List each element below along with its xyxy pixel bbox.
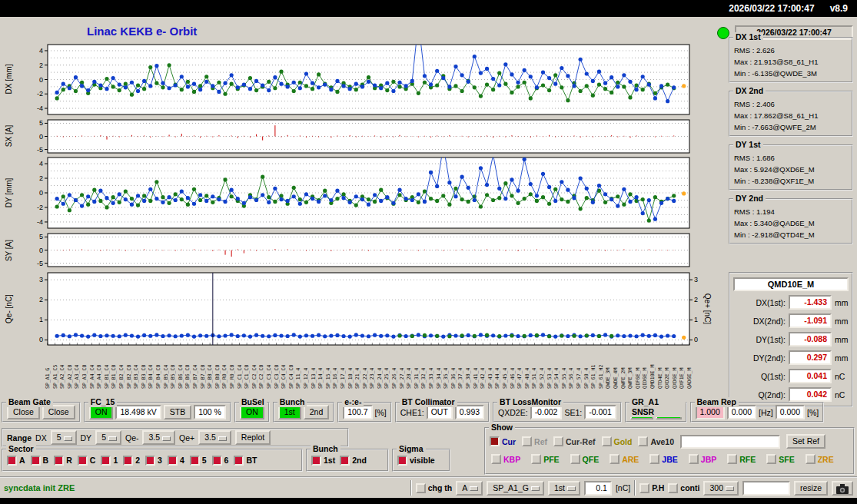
bpm-name-label: SP_B7_C8	[200, 365, 206, 389]
conti-checkbox[interactable]: conti	[668, 483, 699, 493]
nc-unit-label: [nC]	[616, 483, 630, 492]
bpm-name-label: SP_17_4	[340, 368, 346, 389]
show-are-checkbox[interactable]: ARE	[610, 454, 639, 464]
show-sfe-checkbox[interactable]: SFE	[766, 454, 794, 464]
sector-title: Sector	[6, 444, 36, 454]
bunch-title: Bunch	[277, 397, 307, 407]
show-qfe-checkbox[interactable]: QFE	[570, 454, 600, 464]
threshold-input[interactable]: 0.1	[584, 481, 612, 496]
checkbox-box	[416, 483, 426, 493]
stat-max: Max : 5.340@QAD6E_M	[734, 217, 848, 229]
bpm-name-label: QWDE_4M	[613, 368, 619, 389]
checkbox-label: ZRE	[818, 455, 834, 464]
bpm-name-label: SP_32_4	[420, 368, 427, 389]
replot-button[interactable]: Replot	[235, 430, 271, 445]
checkbox-box	[727, 454, 737, 464]
bpm-name-label: SP_28_4	[406, 368, 412, 389]
beam-rep-value3: 0.000	[776, 405, 805, 419]
bpm-name-label: QXD6E_M	[672, 368, 678, 389]
bpm-name-label: SP_B1_C8	[111, 365, 117, 389]
svg-text:-2: -2	[37, 90, 43, 98]
bunch-1st-checkbox[interactable]: 1st	[311, 456, 335, 466]
bpm-name-label: SP_C3_C4	[266, 365, 272, 389]
sector-select[interactable]: A	[456, 481, 483, 496]
sector-2-checkbox[interactable]: 2	[123, 456, 140, 466]
monitor-row-unit: nC	[835, 390, 849, 400]
interval-select[interactable]: 300	[703, 481, 739, 496]
checkbox-label: SFE	[779, 455, 794, 464]
monitor-row: DX(2nd):-1.091mm	[733, 313, 849, 328]
show-ref-checkbox[interactable]: Ref	[522, 436, 547, 446]
svg-text:-5: -5	[37, 260, 43, 267]
show-zre-checkbox[interactable]: ZRE	[806, 454, 834, 464]
sector-bt-checkbox[interactable]: BT	[234, 456, 257, 466]
stat-group: DY 1stRMS : 1.686Max : 5.924@QXD6E_MMin …	[729, 144, 853, 191]
bpm-name-label: SP_33_4	[428, 368, 434, 389]
bunch-select[interactable]: 1st	[548, 481, 580, 496]
show-gold-checkbox[interactable]: Gold	[602, 436, 633, 446]
bpm-name-label: SP_43_4	[487, 368, 493, 389]
checkbox-label: PFE	[543, 455, 559, 464]
bunch-filter-items: 1st2nd	[311, 456, 367, 466]
checkbox-box	[610, 454, 619, 464]
stat-group: DY 2ndRMS : 1.194Max : 5.340@QAD6E_MMin …	[729, 198, 853, 244]
bpm-name-label: QID6E_M	[642, 368, 648, 389]
checkbox-label: Cur-Ref	[566, 437, 596, 446]
ph-checkbox[interactable]: P.H	[639, 483, 664, 493]
sector-3-checkbox[interactable]: 3	[145, 456, 162, 466]
show-kbp-checkbox[interactable]: KBP	[491, 454, 520, 464]
ee-ratio-unit: [%]	[375, 408, 387, 417]
bunch-2nd-checkbox[interactable]: 2nd	[340, 456, 367, 466]
ref-file-input[interactable]	[680, 435, 780, 449]
sector-a-checkbox[interactable]: A	[7, 456, 25, 466]
monitor-row-value: 0.041	[789, 369, 832, 383]
show-ave10-checkbox[interactable]: Ave10	[638, 436, 674, 446]
sigma-visible-checkbox[interactable]: visible	[397, 456, 435, 466]
sector-5-checkbox[interactable]: 5	[190, 456, 207, 466]
screenshot-button[interactable]	[832, 481, 853, 496]
bpm-name-label: QTD4E_M	[657, 368, 663, 389]
sy-axis-label: SY [A]	[5, 220, 14, 281]
bunch-2nd-button[interactable]: 2nd	[304, 405, 330, 419]
checkbox-label: 3	[158, 456, 162, 465]
sector-b-checkbox[interactable]: B	[31, 456, 49, 466]
bpm-name-label: SP_16_4	[332, 368, 338, 389]
show-cur-ref-checkbox[interactable]: Cur-Ref	[553, 436, 596, 446]
beam-rep-group: Beam Rep 1.000 0.000 [Hz] 0.000 [%]	[690, 402, 825, 423]
bpm-select[interactable]: SP_A1_G	[487, 481, 544, 496]
beam-rep-hz-unit: [Hz]	[759, 408, 773, 417]
blank-input[interactable]	[742, 481, 790, 496]
checkbox-box	[689, 454, 699, 464]
svg-text:0: 0	[694, 336, 698, 343]
range-qep-select[interactable]: 3.5	[198, 430, 231, 445]
checkbox-label: JBP	[701, 455, 716, 464]
monitor-name: QMD10E_M	[733, 277, 849, 291]
show-cur-checkbox[interactable]: Cur	[490, 436, 516, 446]
show-rfe-checkbox[interactable]: RFE	[727, 454, 756, 464]
range-dx-select[interactable]: 5	[51, 430, 77, 445]
bunch-filter-title: Bunch	[311, 444, 340, 454]
show-jbp-checkbox[interactable]: JBP	[689, 454, 716, 464]
chg-th-checkbox[interactable]: chg th	[416, 483, 453, 493]
sector-6-checkbox[interactable]: 6	[212, 456, 229, 466]
monitor-row-value: -1.433	[789, 295, 832, 310]
checkbox-box	[602, 436, 612, 446]
resize-button[interactable]: resize	[794, 481, 828, 496]
set-ref-button[interactable]: Set Ref	[786, 434, 825, 449]
monitor-row-unit: mm	[835, 335, 849, 344]
checkbox-box	[553, 436, 563, 446]
stats-list: DX 1stRMS : 2.626Max : 21.913@S8_61_H1Mi…	[729, 37, 853, 252]
sector-4-checkbox[interactable]: 4	[168, 456, 184, 466]
svg-text:-4: -4	[37, 104, 43, 112]
bpm-name-label: QWFE_2M	[620, 368, 626, 389]
show-jbe-checkbox[interactable]: JBE	[649, 454, 677, 464]
sector-c-checkbox[interactable]: C	[78, 456, 96, 466]
fc15-stb-button[interactable]: STB	[164, 405, 191, 419]
sector-r-checkbox[interactable]: R	[54, 456, 72, 466]
show-pfe-checkbox[interactable]: PFE	[531, 454, 559, 464]
range-dy-select[interactable]: 5	[95, 430, 121, 445]
checkbox-box	[806, 454, 815, 464]
sector-1-checkbox[interactable]: 1	[101, 456, 118, 466]
bpm-name-label: SP_23_4	[369, 368, 375, 389]
range-qem-select[interactable]: 3.5	[142, 430, 175, 445]
